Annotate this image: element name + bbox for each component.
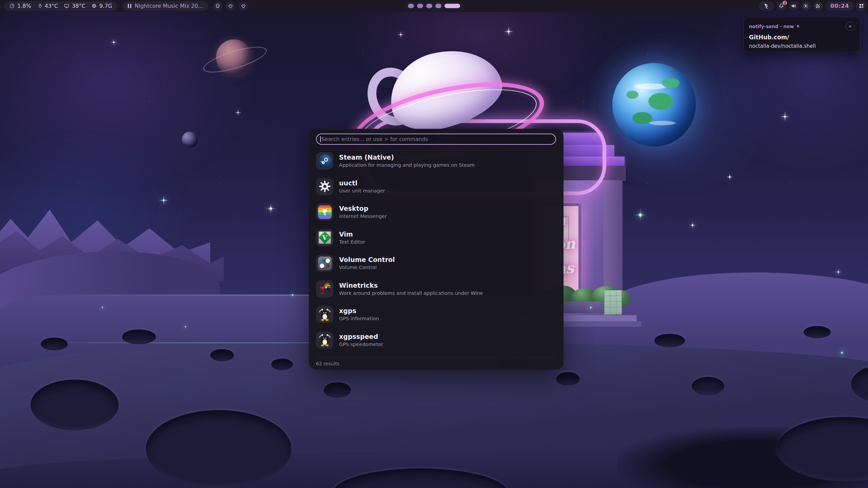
launcher-result-row[interactable]: xgpsspeed GPS speedometer (316, 327, 556, 353)
tile-column (604, 290, 622, 314)
moon-crater (31, 380, 119, 430)
winetricks-icon (316, 280, 333, 298)
system-tray[interactable]: C (758, 1, 774, 11)
bright-star (113, 41, 115, 43)
moon-crater (556, 372, 580, 386)
terrain-glint (590, 307, 592, 308)
night-light-button[interactable] (813, 1, 823, 11)
steam-icon (316, 152, 333, 169)
skull-icon (215, 3, 220, 9)
launcher-result-row[interactable]: Vesktop Internet Messenger (316, 199, 556, 225)
bright-star (729, 176, 730, 178)
media-title: Nightcore Music Mix 20... (135, 3, 203, 9)
tux-icon (316, 331, 333, 349)
top-bar: 1.8% 43°C 38°C 9.7G Nightcore Music Mix … (0, 0, 868, 12)
app-name: xgps (339, 307, 379, 315)
app-description: Text Editor (339, 239, 365, 245)
workspace-dot[interactable] (417, 4, 423, 8)
tray-app-icon: C (763, 3, 769, 9)
notification-body: noctalia-dev/noctalia.shell (749, 43, 855, 49)
tux-icon (316, 306, 333, 323)
monitor-icon (64, 3, 70, 9)
results-count: 62 results (316, 361, 339, 366)
notification-count-badge: 2 (782, 0, 788, 6)
search-box (316, 134, 556, 145)
gauge-icon (9, 3, 15, 9)
terrain-glint (292, 294, 293, 296)
moon-crater (271, 359, 293, 370)
footer-divider (316, 357, 556, 358)
notification-app-line: notify-send · now (749, 24, 794, 29)
bright-star (639, 214, 642, 217)
system-stats-pill[interactable]: 1.8% 43°C 38°C 9.7G (4, 1, 117, 11)
heart-icon (241, 3, 246, 9)
media-player-pill[interactable]: Nightcore Music Mix 20... (123, 1, 209, 11)
gear-icon (316, 178, 333, 195)
clock[interactable]: 00:24 (826, 1, 854, 11)
app-description: Volume Control (339, 265, 395, 270)
moon-crater (804, 326, 831, 338)
brightness-button[interactable] (801, 1, 811, 11)
moon-crater (41, 338, 68, 350)
favorite-button[interactable] (226, 1, 235, 11)
volume-button[interactable] (789, 1, 798, 11)
app-grid-button[interactable] (856, 1, 866, 11)
bright-star (692, 224, 693, 226)
workspace-active[interactable] (445, 4, 460, 8)
bright-star (237, 112, 239, 113)
cpu-usage: 1.8% (9, 3, 31, 9)
workspace-dot[interactable] (426, 4, 432, 8)
launcher-result-row[interactable]: uuctl User unit manager (316, 174, 556, 200)
notification-card[interactable]: notify-send · now × GitHub.com/ noctalia… (743, 17, 861, 52)
app-description: GPS information (339, 316, 379, 321)
search-input[interactable] (321, 136, 555, 142)
bright-star (400, 34, 401, 35)
launcher-result-row[interactable]: V Vim Text Editor (316, 225, 556, 251)
pause-icon (128, 4, 132, 8)
moon-crater (122, 329, 156, 344)
launcher-result-row[interactable]: xgps GPS information (316, 302, 556, 327)
moon-crater (692, 377, 724, 395)
launcher-result-row[interactable]: Steam (Native) Application for managing … (316, 148, 556, 174)
workspace-indicator (404, 1, 464, 11)
grid-plus-icon (859, 3, 864, 9)
workspace-dot[interactable] (435, 4, 441, 8)
launcher-results: Steam (Native) Application for managing … (316, 148, 556, 353)
sun-icon (803, 3, 809, 9)
bright-star (270, 207, 272, 210)
notification-close-button[interactable]: × (846, 22, 855, 31)
heart-icon (228, 3, 233, 9)
bright-star (784, 116, 786, 118)
notification-title: GitHub.com/ (749, 34, 855, 41)
moon-slash-icon (815, 3, 821, 9)
flame-icon (37, 3, 42, 9)
svg-text:C: C (766, 6, 768, 9)
bright-star (508, 30, 510, 33)
app-name: Winetricks (339, 282, 483, 289)
app-launcher: Steam (Native) Application for managing … (309, 129, 564, 370)
app-description: Application for managing and playing gam… (339, 162, 475, 168)
launcher-result-row[interactable]: Winetricks Work around problems and inst… (316, 276, 556, 302)
terrain-glint (185, 326, 186, 327)
app-name: Vesktop (339, 205, 387, 212)
app-name: xgpsspeed (339, 333, 383, 341)
vim-icon: V (316, 229, 333, 246)
desktop: h on ns (0, 0, 868, 488)
skull-toggle-button[interactable] (213, 1, 222, 11)
app-name: Steam (Native) (339, 154, 475, 161)
small-planet (182, 131, 198, 148)
app-name: uuctl (339, 180, 385, 187)
app-description: User unit manager (339, 188, 385, 194)
app-name: Vim (339, 231, 365, 238)
app-description: Internet Messenger (339, 214, 387, 219)
terrain-glint (102, 307, 103, 308)
launcher-result-row[interactable]: Volume Control Volume Control (316, 250, 556, 276)
gpu-temp: 38°C (64, 3, 85, 9)
moon-crater (146, 410, 292, 488)
volume-icon (316, 255, 333, 272)
like-button[interactable] (239, 1, 248, 11)
workspace-dot[interactable] (408, 4, 414, 8)
memory-usage: 9.7G (91, 3, 112, 9)
speaker-icon (791, 3, 796, 9)
unread-dot (797, 25, 799, 27)
